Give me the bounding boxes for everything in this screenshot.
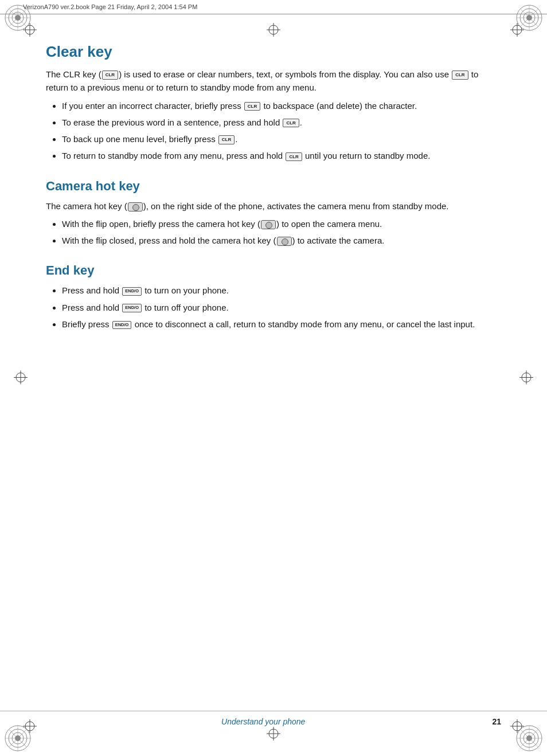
page: VerizonA790 ver.2.book Page 21 Friday, A… xyxy=(0,0,547,756)
end-key-icon-b3: END/O xyxy=(112,321,132,330)
end-key-bullet-2: Press and hold END/O to turn off your ph… xyxy=(62,301,501,314)
footer-label: Understand your phone xyxy=(46,717,480,726)
camera-key-icon-inline1 xyxy=(128,202,143,211)
header-text: VerizonA790 ver.2.book Page 21 Friday, A… xyxy=(23,3,197,10)
reg-mark-top-center xyxy=(265,22,282,40)
camera-key-icon-b2 xyxy=(277,237,292,246)
clear-key-intro: The CLR key (CLR) is used to erase or cl… xyxy=(46,68,501,95)
clr-key-icon-b3: CLR xyxy=(218,135,235,144)
clear-key-bullet-3: To back up one menu level, briefly press… xyxy=(62,132,501,146)
end-key-bullet-1: Press and hold END/O to turn on your pho… xyxy=(62,284,501,297)
clr-key-icon-b4: CLR xyxy=(286,152,302,161)
footer-page-number: 21 xyxy=(492,717,501,726)
reg-mark-bottom-center xyxy=(265,726,282,743)
reg-mark-tr xyxy=(509,22,525,38)
footer: Understand your phone 21 xyxy=(0,711,547,726)
clear-key-list: If you enter an incorrect character, bri… xyxy=(62,99,501,163)
camera-key-list: With the flip open, briefly press the ca… xyxy=(62,217,501,248)
end-key-bullet-3: Briefly press END/O once to disconnect a… xyxy=(62,318,501,331)
camera-key-bullet-1: With the flip open, briefly press the ca… xyxy=(62,217,501,230)
reg-mark-left-center xyxy=(13,369,29,387)
clr-key-icon-b2: CLR xyxy=(283,119,299,127)
clear-key-bullet-2: To erase the previous word in a sentence… xyxy=(62,116,501,129)
header-bar: VerizonA790 ver.2.book Page 21 Friday, A… xyxy=(0,0,547,14)
section-title-end-key: End key xyxy=(46,263,501,278)
clr-key-icon-inline1: CLR xyxy=(102,70,118,79)
camera-key-bullet-2: With the flip closed, press and hold the… xyxy=(62,234,501,247)
footer-inner: Understand your phone 21 xyxy=(46,717,501,726)
camera-key-intro: The camera hot key (), on the right side… xyxy=(46,199,501,213)
clear-key-bullet-4: To return to standby mode from any menu,… xyxy=(62,149,501,162)
section-title-clear-key: Clear key xyxy=(46,43,501,61)
clr-key-icon-b1: CLR xyxy=(244,102,260,111)
camera-key-icon-b1 xyxy=(261,220,276,229)
main-content: Clear key The CLR key (CLR) is used to e… xyxy=(0,20,547,381)
reg-mark-right-center xyxy=(518,369,534,387)
clear-key-bullet-1: If you enter an incorrect character, bri… xyxy=(62,99,501,112)
section-title-camera-hot-key: Camera hot key xyxy=(46,179,501,194)
clr-key-icon-inline2: CLR xyxy=(452,70,468,79)
end-key-icon-b2: END/O xyxy=(122,304,142,312)
reg-mark-tl xyxy=(22,22,38,38)
end-key-icon-b1: END/O xyxy=(122,287,142,296)
end-key-list: Press and hold END/O to turn on your pho… xyxy=(62,284,501,331)
